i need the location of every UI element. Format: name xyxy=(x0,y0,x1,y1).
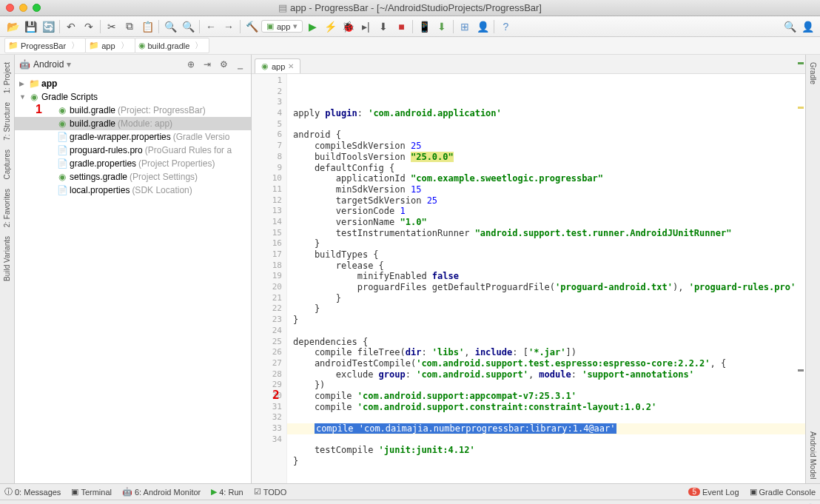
tab-run[interactable]: ▶4: Run xyxy=(211,487,243,497)
stop-icon[interactable]: ■ xyxy=(393,19,409,35)
profile-icon[interactable]: ▸| xyxy=(357,19,374,35)
gradle-icon: ◉ xyxy=(138,41,146,50)
tab-android-monitor[interactable]: 🤖6: Android Monitor xyxy=(122,487,201,497)
project-panel-header: 🤖 Android ▾ ⊕ ⇥ ⚙ ⎯ xyxy=(15,55,251,74)
annotation-1: 1 xyxy=(36,103,42,116)
bottom-tool-strip: ⓘ0: Messages ▣Terminal 🤖6: Android Monit… xyxy=(0,483,820,500)
status-bar: ⊞ Instant Run performed a full build and… xyxy=(0,500,820,504)
gradle-icon: ◉ xyxy=(261,61,269,71)
tab-todo[interactable]: ☑TODO xyxy=(254,487,287,497)
tab-terminal[interactable]: ▣Terminal xyxy=(71,487,112,497)
user-icon[interactable]: 👤 xyxy=(799,19,816,35)
project-tree[interactable]: ▶📁app ▼◉Gradle Scripts ◉build.gradle (Pr… xyxy=(15,74,251,200)
layout-icon[interactable]: ⊞ xyxy=(457,19,473,35)
android-icon: 🤖 xyxy=(19,59,30,70)
tree-item[interactable]: 📄gradle.properties (Project Properties) xyxy=(15,157,251,170)
dropdown-icon[interactable]: ▾ xyxy=(67,59,71,70)
properties-icon: 📄 xyxy=(57,185,67,195)
replace-icon[interactable]: 🔍 xyxy=(180,19,196,35)
tab-event-log[interactable]: 5Event Log xyxy=(688,488,739,497)
hide-icon[interactable]: ⎯ xyxy=(233,58,246,71)
folder-icon: 📁 xyxy=(89,41,99,50)
gradle-icon: ◉ xyxy=(57,172,67,182)
open-icon[interactable]: 📂 xyxy=(4,19,21,35)
sync-icon[interactable]: 🔄 xyxy=(40,19,56,35)
debug-icon[interactable]: 🐞 xyxy=(340,19,356,35)
find-icon[interactable]: 🔍 xyxy=(162,19,178,35)
tree-item[interactable]: 📄local.properties (SDK Location) xyxy=(15,184,251,197)
event-count-badge: 5 xyxy=(688,488,700,496)
run-icon[interactable]: ▶ xyxy=(304,19,320,35)
theme-icon[interactable]: 👤 xyxy=(474,19,491,35)
crumb-project[interactable]: 📁ProgressBar〉 xyxy=(4,38,86,53)
run-icon: ▶ xyxy=(211,487,217,497)
tree-app[interactable]: ▶📁app xyxy=(15,77,251,90)
window-title: ▤app - ProgressBar - [~/AndroidStudioPro… xyxy=(0,2,820,13)
tab-favorites[interactable]: 2: Favorites xyxy=(1,184,13,232)
copy-icon[interactable]: ⧉ xyxy=(121,19,138,35)
info-icon: ⓘ xyxy=(4,486,13,497)
breadcrumb-bar: 📁ProgressBar〉 📁app〉 ◉build.gradle〉 xyxy=(0,37,820,55)
tab-app[interactable]: ◉app✕ xyxy=(255,58,300,73)
code-content[interactable]: 2 apply plugin: 'com.android.application… xyxy=(287,74,805,483)
right-tool-strip: Gradle Android Model xyxy=(805,55,820,483)
crumb-module[interactable]: 📁app〉 xyxy=(85,38,135,53)
tree-gradle-scripts[interactable]: ▼◉Gradle Scripts xyxy=(15,90,251,104)
crumb-file[interactable]: ◉build.gradle〉 xyxy=(135,38,210,53)
tab-captures[interactable]: Captures xyxy=(1,145,13,184)
gradle-icon: ◉ xyxy=(57,118,67,129)
tree-item[interactable]: 📄gradle-wrapper.properties (Gradle Versi… xyxy=(15,130,251,144)
paste-icon[interactable]: 📋 xyxy=(139,19,155,35)
terminal-icon: ▣ xyxy=(71,487,78,497)
properties-icon: 📄 xyxy=(57,145,67,155)
tab-project[interactable]: 1: Project xyxy=(1,58,13,98)
collapse-icon[interactable]: ⇥ xyxy=(201,58,214,71)
file-icon: ▤ xyxy=(278,2,287,13)
tree-item[interactable]: ◉build.gradle (Project: ProgressBar) xyxy=(15,104,251,117)
tab-gradle-console[interactable]: ▣Gradle Console xyxy=(750,487,816,497)
make-icon[interactable]: 🔨 xyxy=(243,19,260,35)
gradle-icon: ◉ xyxy=(29,92,39,102)
scrollbar[interactable] xyxy=(796,74,805,483)
run-config-selector[interactable]: ▣app▾ xyxy=(261,20,303,33)
settings-icon[interactable]: ⚙ xyxy=(217,58,230,71)
code-editor[interactable]: 1234567891011121314151617181920212223242… xyxy=(252,74,805,483)
tab-android-model[interactable]: Android Model xyxy=(807,427,819,483)
sdk-icon[interactable]: ⬇ xyxy=(434,19,450,35)
redo-icon[interactable]: ↷ xyxy=(81,19,97,35)
main-toolbar: 📂 💾 🔄 ↶ ↷ ✂ ⧉ 📋 🔍 🔍 ← → 🔨 ▣app▾ ▶ ⚡ 🐞 ▸|… xyxy=(0,16,820,37)
tree-item[interactable]: 📄proguard-rules.pro (ProGuard Rules for … xyxy=(15,144,251,157)
todo-icon: ☑ xyxy=(254,487,261,497)
project-view-label: Android xyxy=(33,59,64,70)
module-icon: 📁 xyxy=(29,78,39,89)
editor-area: ◉app✕ 1234567891011121314151617181920212… xyxy=(252,55,805,483)
cut-icon[interactable]: ✂ xyxy=(104,19,120,35)
avd-icon[interactable]: 📱 xyxy=(416,19,432,35)
android-icon: 🤖 xyxy=(122,487,132,497)
tab-structure[interactable]: 7: Structure xyxy=(1,98,13,145)
editor-tabs: ◉app✕ xyxy=(252,55,805,74)
undo-icon[interactable]: ↶ xyxy=(63,19,79,35)
tab-build-variants[interactable]: Build Variants xyxy=(1,232,13,286)
properties-icon: 📄 xyxy=(57,132,67,142)
tree-item[interactable]: ◉build.gradle (Module: app) xyxy=(15,117,251,130)
tab-gradle[interactable]: Gradle xyxy=(807,58,819,89)
close-tab-icon[interactable]: ✕ xyxy=(288,62,294,70)
folder-icon: 📁 xyxy=(8,41,19,50)
left-tool-strip: 1: Project 7: Structure Captures 2: Favo… xyxy=(0,55,15,483)
tab-messages[interactable]: ⓘ0: Messages xyxy=(4,486,61,497)
attach-icon[interactable]: ⬇ xyxy=(375,19,391,35)
apply-changes-icon[interactable]: ⚡ xyxy=(322,19,338,35)
help-icon[interactable]: ? xyxy=(497,19,514,35)
gradle-icon: ◉ xyxy=(57,105,67,115)
properties-icon: 📄 xyxy=(57,158,67,169)
scroll-from-source-icon[interactable]: ⊕ xyxy=(184,58,198,71)
titlebar: ▤app - ProgressBar - [~/AndroidStudioPro… xyxy=(0,0,820,16)
tree-item[interactable]: ◉settings.gradle (Project Settings) xyxy=(15,170,251,184)
line-gutter: 1234567891011121314151617181920212223242… xyxy=(252,74,287,483)
forward-icon[interactable]: → xyxy=(221,19,237,35)
back-icon[interactable]: ← xyxy=(203,19,219,35)
save-icon[interactable]: 💾 xyxy=(22,19,38,35)
annotation-2: 2 xyxy=(272,390,280,401)
search-everywhere-icon[interactable]: 🔍 xyxy=(782,19,798,35)
